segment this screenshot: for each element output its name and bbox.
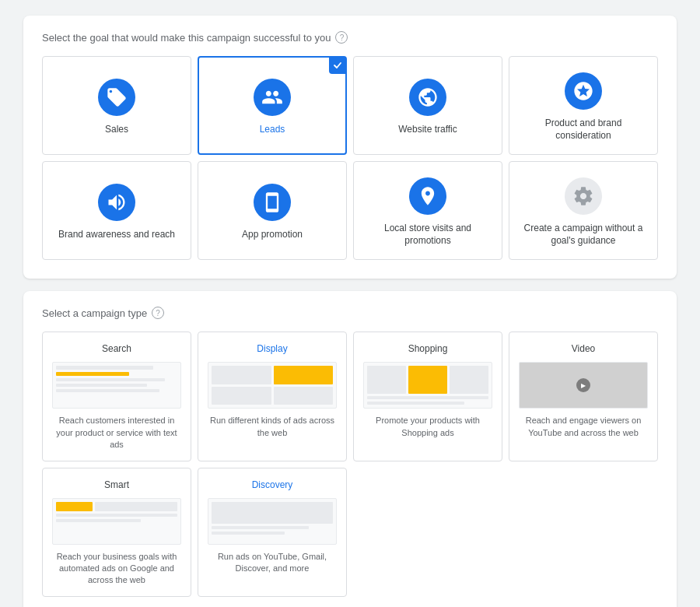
goal-title-text: Select the goal that would make this cam… [42,32,331,44]
campaign-section-title: Select a campaign type ? [42,307,658,319]
campaign-card-display[interactable]: Display Run different kinds of ads acros… [198,332,347,461]
campaign-card-search[interactable]: Search Reach customers interested in you… [42,332,191,461]
smart-mock [52,498,181,545]
campaign-card-discovery[interactable]: Discovery Run ads on YouTube, Gmail, Dis… [198,468,347,597]
app-promotion-label: App promotion [242,229,303,241]
brand-awareness-label: Brand awareness and reach [58,229,175,241]
leads-check-badge [329,57,346,74]
display-campaign-label: Display [257,343,287,354]
goal-card-sales[interactable]: Sales [42,56,191,155]
display-campaign-desc: Run different kinds of ads across the we… [208,415,337,439]
discovery-campaign-desc: Run ads on YouTube, Gmail, Discover, and… [208,551,337,575]
leads-icon [254,79,291,116]
local-store-label: Local store visits and promotions [363,223,492,247]
goal-grid: Sales Leads Website traffic Product and … [42,56,658,260]
shopping-campaign-desc: Promote your products with Shopping ads [363,415,492,439]
website-traffic-label: Website traffic [398,124,457,136]
search-campaign-desc: Reach customers interested in your produ… [52,415,181,451]
goal-section: Select the goal that would make this cam… [23,16,677,279]
shopping-mock [363,362,492,409]
display-mock [208,362,337,409]
campaign-type-row1: Search Reach customers interested in you… [42,332,658,461]
product-brand-label: Product and brand consideration [519,118,648,142]
video-play-icon: ▶ [576,378,590,392]
goal-section-title: Select the goal that would make this cam… [42,31,658,44]
sales-icon [98,79,135,116]
video-mock: ▶ [519,362,648,409]
goal-card-no-goal[interactable]: Create a campaign without a goal's guida… [509,161,658,260]
campaign-type-row2: Smart Reach your business goals with aut… [42,468,658,597]
smart-campaign-label: Smart [104,479,129,490]
campaign-card-smart[interactable]: Smart Reach your business goals with aut… [42,468,191,597]
sales-label: Sales [105,124,128,136]
website-traffic-icon [409,79,446,116]
brand-awareness-icon [98,184,135,221]
goal-card-brand-awareness[interactable]: Brand awareness and reach [42,161,191,260]
no-goal-icon [565,177,602,215]
leads-label: Leads [260,124,285,136]
goal-card-local-store[interactable]: Local store visits and promotions [353,161,502,260]
search-mock [52,362,181,409]
goal-help-icon[interactable]: ? [335,31,348,44]
video-campaign-label: Video [572,343,595,354]
campaign-title-text: Select a campaign type [42,307,147,319]
local-store-icon [409,177,446,215]
app-promotion-icon [254,184,291,221]
campaign-card-shopping[interactable]: Shopping Promote your products with Shop… [353,332,502,461]
goal-card-product-brand[interactable]: Product and brand consideration [509,56,658,155]
discovery-mock [208,498,337,545]
product-brand-icon [565,72,602,110]
search-campaign-label: Search [102,343,131,354]
smart-campaign-desc: Reach your business goals with automated… [52,551,181,587]
goal-card-website-traffic[interactable]: Website traffic [353,56,502,155]
campaign-empty-4 [509,468,658,597]
campaign-empty-3 [353,468,502,597]
shopping-campaign-label: Shopping [408,343,448,354]
goal-card-app-promotion[interactable]: App promotion [198,161,347,260]
discovery-campaign-label: Discovery [252,479,293,490]
video-campaign-desc: Reach and engage viewers on YouTube and … [519,415,648,439]
goal-card-leads[interactable]: Leads [198,56,347,155]
no-goal-label: Create a campaign without a goal's guida… [519,223,648,247]
campaign-help-icon[interactable]: ? [152,307,164,319]
campaign-section: Select a campaign type ? Search Reach cu… [23,291,677,607]
campaign-card-video[interactable]: Video ▶ Reach and engage viewers on YouT… [509,332,658,461]
